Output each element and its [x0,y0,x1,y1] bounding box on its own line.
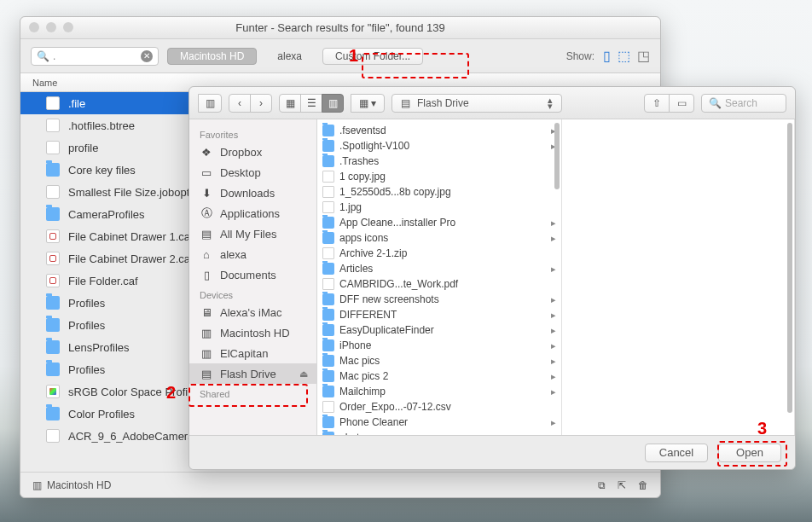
file-icon [46,429,60,443]
sidebar-toggle[interactable]: ▥ [198,94,222,113]
tags-button[interactable]: ▭ [669,94,694,113]
column-item[interactable]: Mailchimp▸ [317,384,561,399]
sidebar-item-all-my-files[interactable]: ▤All My Files [189,223,316,244]
item-name: iPhone [339,339,371,351]
file-name: Profiles [68,319,105,332]
sidebar-item-elcapitan[interactable]: ▥ElCapitan [189,343,316,363]
back-button[interactable]: ‹ [229,94,251,113]
scrollbar[interactable] [554,123,560,189]
file-icon [46,340,60,354]
column-item[interactable]: photos▸ [317,430,561,435]
column-item[interactable]: .Trashes [317,154,561,169]
location-alexa[interactable]: alexa [265,48,314,65]
item-icon [322,416,334,428]
file-icon [46,318,60,332]
sidebar-item-documents[interactable]: ▯Documents [189,264,316,285]
open-sidebar[interactable]: Favorites❖Dropbox▭Desktop⬇DownloadsⒶAppl… [189,119,317,435]
file-name: Profiles [68,363,105,376]
column-item[interactable]: apps icons▸ [317,230,561,246]
search-icon: 🔍 [37,50,49,62]
export-icon[interactable]: ⇱ [618,479,626,491]
scrollbar[interactable] [787,123,792,413]
show-packages-icon[interactable]: ◳ [637,48,650,64]
allfiles-icon: ▤ [200,227,213,241]
sidebar-item-alexa[interactable]: ⌂alexa [189,244,316,264]
item-name: Order_Expo...-07-12.csv [339,401,451,413]
show-files-icon[interactable]: ▯ [603,48,611,64]
column-item[interactable]: 1 copy.jpg [317,169,561,184]
item-icon [322,201,334,213]
custom-folder-button[interactable]: Custom Folder... [322,48,423,65]
column-2[interactable] [562,119,795,435]
column-item[interactable]: iPhone▸ [317,338,561,353]
eject-icon[interactable]: ⏏ [299,368,308,380]
item-name: CAMBRIDG...te_Work.pdf [339,278,458,290]
nav-seg: ▥ [198,94,222,113]
location-macintosh-hd[interactable]: Macintosh HD [167,48,257,65]
sidebar-item-flash-drive[interactable]: ▤Flash Drive⏏ [189,363,316,384]
file-icon [46,274,60,287]
item-name: 1.jpg [339,201,362,213]
copy-icon[interactable]: ⧉ [598,479,606,491]
column-item[interactable]: Archive 2-1.zip [317,246,561,261]
item-name: 1 copy.jpg [339,171,386,183]
column-1[interactable]: .fseventsd▸.Spotlight-V100▸.Trashes1 cop… [317,119,562,435]
item-name: .Spotlight-V100 [339,140,409,152]
show-hidden-icon[interactable]: ⬚ [618,48,630,64]
column-item[interactable]: Mac pics 2▸ [317,368,561,384]
column-item[interactable]: DFF new screenshots▸ [317,292,561,307]
file-name: .file [68,97,85,110]
open-button[interactable]: Open [718,444,781,462]
sidebar-label: Flash Drive [220,368,276,380]
column-item[interactable]: 1.jpg [317,200,561,215]
sidebar-item-dropbox[interactable]: ❖Dropbox [189,142,316,162]
column-view: .fseventsd▸.Spotlight-V100▸.Trashes1 cop… [317,119,795,435]
column-item[interactable]: Articles▸ [317,261,561,276]
desktop-icon: ▭ [200,165,213,179]
chevron-right-icon: ▸ [551,233,556,244]
column-item[interactable]: Order_Expo...-07-12.csv [317,399,561,415]
view-icon-button[interactable]: ▦ [279,94,301,113]
item-name: Archive 2-1.zip [339,247,407,259]
share-button[interactable]: ⇧ [644,94,670,113]
view-list-button[interactable]: ☰ [300,94,322,113]
column-item[interactable]: Mac pics▸ [317,353,561,368]
file-name: Core key files [68,164,136,177]
item-icon [322,155,334,167]
column-item[interactable]: 1_52550d5...8b copy.jpg [317,184,561,200]
column-item[interactable]: EasyDuplicateFinder▸ [317,322,561,338]
sidebar-item-macintosh-hd[interactable]: ▥Macintosh HD [189,322,316,343]
search-input[interactable]: 🔍 . ✕ [31,47,159,66]
column-item[interactable]: DIFFERENT▸ [317,307,561,322]
column-item[interactable]: Phone Cleaner▸ [317,415,561,430]
traffic-lights[interactable] [29,22,73,32]
sidebar-item-applications[interactable]: ⒶApplications [189,203,316,223]
arrange-button[interactable]: ▦ ▾ [351,94,385,113]
view-column-button[interactable]: ▥ [322,94,344,113]
col-name[interactable]: Name [32,78,57,88]
column-item[interactable]: .Spotlight-V100▸ [317,138,561,154]
hd-icon: ▥ [32,479,42,491]
forward-button[interactable]: › [250,94,272,113]
sidebar-item-downloads[interactable]: ⬇Downloads [189,183,316,203]
column-item[interactable]: CAMBRIDG...te_Work.pdf [317,276,561,292]
open-panel: ▥ ‹ › ▦ ☰ ▥ ▦ ▾ ▤ Flash Drive ▴▾ ⇧ ▭ 🔍 S… [188,86,796,470]
trash-icon[interactable]: 🗑 [638,479,648,491]
funter-toolbar: 🔍 . ✕ Macintosh HD alexa Custom Folder..… [20,39,660,73]
column-item[interactable]: .fseventsd▸ [317,123,561,138]
path-popup[interactable]: ▤ Flash Drive ▴▾ [392,94,562,113]
clear-search-icon[interactable]: ✕ [141,50,153,62]
open-search-input[interactable]: 🔍 Search [701,94,786,113]
column-item[interactable]: App Cleane...installer Pro▸ [317,215,561,230]
sidebar-item-alexa-s-imac[interactable]: 🖥Alexa's iMac [189,302,316,322]
chevron-right-icon: ▸ [551,310,556,321]
sidebar-item-desktop[interactable]: ▭Desktop [189,162,316,183]
sidebar-heading: Shared [189,384,316,401]
file-name: profile [68,142,98,154]
cancel-button[interactable]: Cancel [645,444,708,462]
file-icon [46,185,60,199]
file-icon [46,407,60,420]
item-icon [322,247,334,259]
window-title: Funter - Search results for "file", foun… [235,21,445,34]
file-name: File Folder.caf [68,275,138,287]
